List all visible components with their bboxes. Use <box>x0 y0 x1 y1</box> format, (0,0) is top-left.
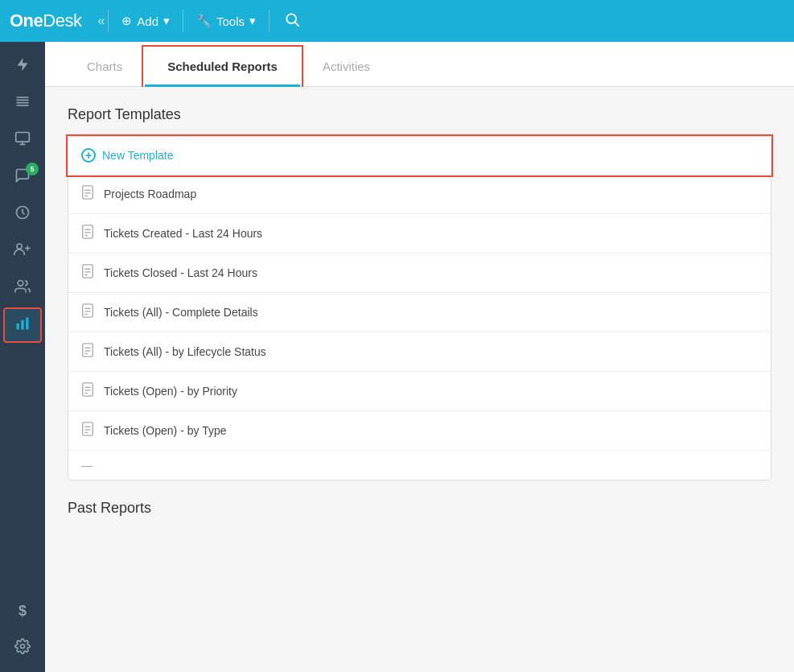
report-item-tickets-created-24h[interactable]: Tickets Created - Last 24 Hours <box>68 214 771 254</box>
add-dropdown-icon: ▾ <box>163 14 170 28</box>
lightning-icon <box>14 56 31 76</box>
report-file-icon-2 <box>81 225 94 242</box>
svg-rect-23 <box>83 225 93 238</box>
templates-container: + New Template Projects Roadmap <box>68 136 771 480</box>
collapse-sidebar-button[interactable]: « <box>97 14 105 28</box>
tab-charts[interactable]: Charts <box>64 48 145 87</box>
add-label: Add <box>137 14 158 28</box>
svg-line-1 <box>295 22 299 26</box>
tools-label: Tools <box>216 14 245 28</box>
tab-activities[interactable]: Activities <box>300 48 393 87</box>
svg-rect-16 <box>21 320 23 329</box>
report-item-tickets-open-type[interactable]: Tickets (Open) - by Type <box>68 411 771 451</box>
report-label-tickets-closed-24h: Tickets Closed - Last 24 Hours <box>104 266 257 279</box>
report-label-tickets-created-24h: Tickets Created - Last 24 Hours <box>104 227 262 240</box>
search-icon <box>284 14 300 31</box>
gear-icon <box>14 638 31 658</box>
tools-dropdown-icon: ▾ <box>249 14 256 28</box>
tab-scheduled-reports[interactable]: Scheduled Reports <box>145 48 300 87</box>
chat-badge: 5 <box>26 163 39 175</box>
report-label-projects-roadmap: Projects Roadmap <box>104 188 196 200</box>
report-item-projects-roadmap[interactable]: Projects Roadmap <box>68 175 771 214</box>
sidebar-item-analytics[interactable] <box>3 307 42 343</box>
people-settings-icon <box>14 241 31 262</box>
sidebar-item-clock[interactable] <box>3 196 42 232</box>
svg-rect-43 <box>83 423 93 435</box>
clock-icon <box>14 204 31 225</box>
sidebar-item-monitor[interactable] <box>3 122 42 158</box>
svg-rect-31 <box>83 304 93 317</box>
list-icon <box>14 93 31 113</box>
report-item-tickets-all-lifecycle[interactable]: Tickets (All) - by Lifecycle Status <box>68 332 771 372</box>
svg-rect-35 <box>83 344 93 357</box>
sidebar-item-lightning[interactable] <box>3 48 42 84</box>
svg-point-14 <box>18 280 23 286</box>
svg-rect-17 <box>26 317 28 329</box>
report-file-icon-6 <box>81 382 94 400</box>
svg-rect-15 <box>17 324 19 330</box>
sidebar-item-contacts[interactable] <box>3 270 42 306</box>
report-file-icon-3 <box>81 264 94 282</box>
report-label-tickets-open-type: Tickets (Open) - by Type <box>104 424 227 437</box>
svg-marker-2 <box>17 57 27 71</box>
header-divider-2 <box>183 10 183 32</box>
main-layout: 5 <box>0 42 794 672</box>
dollar-icon: $ <box>19 603 27 620</box>
logo-text: OneDesk <box>10 10 81 31</box>
report-file-icon-1 <box>81 185 94 203</box>
contacts-icon <box>14 278 31 299</box>
tools-button[interactable]: 🔧 Tools ▾ <box>187 9 265 33</box>
new-template-plus-icon: + <box>81 148 96 163</box>
report-label-tickets-all-complete: Tickets (All) - Complete Details <box>104 306 258 319</box>
report-item-tickets-open-priority[interactable]: Tickets (Open) - by Priority <box>68 372 771 411</box>
report-file-icon-4 <box>81 303 94 321</box>
report-file-icon-5 <box>81 343 94 361</box>
report-item-tickets-closed-24h[interactable]: Tickets Closed - Last 24 Hours <box>68 254 771 293</box>
analytics-icon <box>14 315 31 336</box>
new-template-label: New Template <box>102 149 173 162</box>
logo: OneDesk <box>10 10 81 31</box>
sidebar-item-people-settings[interactable] <box>3 233 42 269</box>
report-item-tickets-all-complete[interactable]: Tickets (All) - Complete Details <box>68 293 771 332</box>
sidebar: 5 <box>0 42 45 672</box>
sidebar-item-settings[interactable] <box>3 630 42 666</box>
svg-point-11 <box>17 243 22 248</box>
header-divider-1 <box>108 10 109 32</box>
report-label-tickets-open-priority: Tickets (Open) - by Priority <box>104 385 237 398</box>
search-button[interactable] <box>279 6 305 36</box>
report-label-tickets-all-lifecycle: Tickets (All) - by Lifecycle Status <box>104 345 266 358</box>
more-indicator: — <box>68 451 771 480</box>
tabs-bar: Charts Scheduled Reports Activities <box>45 42 794 87</box>
top-header: OneDesk « ⊕ Add ▾ 🔧 Tools ▾ <box>0 0 794 42</box>
svg-rect-39 <box>83 383 93 396</box>
sidebar-item-list[interactable] <box>3 85 42 121</box>
svg-point-18 <box>21 644 25 648</box>
sidebar-item-chat[interactable]: 5 <box>3 159 42 195</box>
svg-rect-19 <box>83 186 93 199</box>
past-reports-title: Past Reports <box>68 500 771 517</box>
new-template-button[interactable]: + New Template <box>68 137 771 175</box>
add-circle-icon: ⊕ <box>121 14 132 28</box>
sidebar-item-billing[interactable]: $ <box>3 593 42 629</box>
page-content: Report Templates + New Template <box>45 87 794 672</box>
add-button[interactable]: ⊕ Add ▾ <box>112 9 179 33</box>
header-divider-3 <box>269 10 269 32</box>
svg-rect-27 <box>83 265 93 278</box>
report-templates-title: Report Templates <box>68 106 771 123</box>
tools-wrench-icon: 🔧 <box>196 14 212 28</box>
monitor-icon <box>14 130 31 150</box>
svg-rect-7 <box>16 132 30 142</box>
content-area: Charts Scheduled Reports Activities Repo… <box>45 42 794 672</box>
report-file-icon-7 <box>81 422 94 439</box>
